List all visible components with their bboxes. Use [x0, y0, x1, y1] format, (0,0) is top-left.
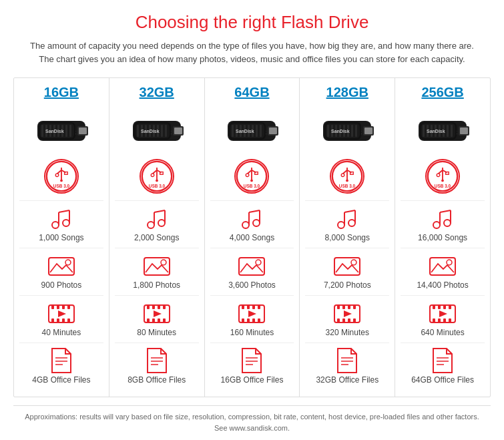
subtitle: The amount of capacity you need depends …	[13, 39, 491, 65]
photo-icon	[429, 254, 457, 278]
songs-row: 2,000 Songs	[115, 200, 199, 248]
capacity-label: 256GB	[421, 85, 463, 100]
office-row: 4GB Office Files	[19, 343, 103, 390]
svg-rect-166	[348, 318, 350, 322]
svg-marker-125	[248, 310, 256, 317]
svg-rect-124	[258, 318, 260, 322]
svg-rect-205	[443, 305, 446, 309]
svg-rect-208	[438, 318, 441, 322]
svg-point-158	[351, 260, 356, 265]
svg-rect-38	[67, 318, 70, 322]
svg-point-29	[65, 260, 71, 265]
svg-rect-207	[433, 318, 435, 322]
svg-rect-131	[364, 128, 372, 134]
svg-rect-210	[449, 318, 451, 322]
video-icon	[143, 301, 171, 325]
songs-row: 1,000 Songs	[19, 200, 103, 248]
office-label: 8GB Office Files	[128, 375, 186, 385]
svg-rect-165	[342, 318, 345, 322]
svg-rect-45	[174, 128, 182, 134]
office-icon	[47, 349, 75, 373]
svg-rect-81	[163, 318, 166, 322]
drive-image: SanDisk SanDisk	[317, 105, 377, 152]
capacity-label: 64GB	[234, 85, 269, 100]
svg-marker-39	[58, 310, 66, 317]
svg-rect-88	[269, 128, 277, 134]
photos-label: 14,400 Photos	[417, 280, 468, 290]
photos-label: 1,800 Photos	[133, 280, 180, 290]
office-label: 16GB Office Files	[221, 375, 284, 385]
minutes-label: 320 Minutes	[326, 328, 369, 337]
svg-line-113	[249, 210, 260, 212]
office-label: 64GB Office Files	[411, 375, 474, 385]
svg-rect-204	[438, 305, 441, 309]
svg-point-153	[348, 220, 355, 226]
drive-image: SanDisk SanDisk	[222, 105, 282, 152]
svg-point-196	[444, 220, 451, 226]
svg-point-109	[242, 222, 249, 228]
footer-note: Approximations: results will vary based …	[13, 405, 491, 433]
svg-rect-174	[460, 128, 468, 134]
capacity-label: 128GB	[326, 85, 368, 100]
svg-marker-82	[154, 310, 162, 317]
songs-label: 2,000 Songs	[134, 233, 179, 242]
music-icon	[333, 206, 361, 230]
video-icon	[429, 301, 457, 325]
svg-rect-13	[69, 125, 71, 137]
svg-point-24	[63, 220, 69, 226]
svg-text:USB 3.0: USB 3.0	[53, 184, 70, 188]
photos-row: 3,600 Photos	[210, 248, 294, 295]
svg-rect-92	[232, 125, 234, 137]
video-row: 160 Minutes	[210, 295, 294, 343]
svg-rect-142	[355, 125, 357, 137]
photo-icon	[333, 254, 361, 278]
svg-rect-80	[158, 318, 160, 322]
svg-line-156	[344, 210, 355, 212]
svg-rect-36	[57, 318, 59, 322]
column-256GB: 256GB SanDisk SanDisk USB	[395, 78, 490, 397]
office-row: 64GB Office Files	[401, 343, 485, 390]
usb-badge: USB 3.0	[425, 159, 460, 194]
subtitle-line1: The amount of capacity you need depends …	[30, 41, 474, 51]
svg-rect-162	[348, 305, 350, 309]
svg-point-107	[251, 180, 254, 182]
svg-rect-121	[242, 318, 244, 322]
usb-badge: USB 3.0	[330, 159, 364, 194]
office-row: 16GB Office Files	[210, 343, 294, 390]
svg-rect-161	[342, 305, 345, 309]
music-icon	[47, 206, 75, 230]
svg-text:SanDisk: SanDisk	[45, 129, 64, 134]
music-icon	[429, 206, 457, 230]
svg-rect-76	[158, 305, 160, 309]
minutes-label: 160 Minutes	[230, 328, 274, 337]
svg-point-195	[433, 222, 440, 228]
main-title: Choosing the right Flash Drive	[13, 12, 491, 33]
svg-rect-34	[67, 305, 70, 309]
comparison-table: 16GB SanDisk SanDisk USB 3	[13, 77, 491, 397]
svg-line-27	[59, 210, 69, 212]
svg-line-199	[440, 210, 451, 212]
songs-label: 1,000 Songs	[39, 233, 83, 242]
capacity-label: 16GB	[44, 85, 79, 100]
svg-rect-147	[350, 172, 354, 175]
svg-rect-122	[247, 318, 250, 322]
svg-rect-120	[258, 305, 260, 309]
drive-image: SanDisk SanDisk	[413, 105, 473, 152]
photos-row: 7,200 Photos	[305, 248, 389, 295]
svg-point-67	[158, 220, 165, 226]
office-icon	[333, 349, 361, 373]
svg-rect-135	[327, 125, 329, 137]
songs-row: 4,000 Songs	[210, 200, 294, 248]
column-64GB: 64GB SanDisk SanDisk USB 3	[205, 78, 300, 397]
svg-point-115	[256, 260, 261, 265]
svg-rect-185	[451, 125, 453, 137]
usb-badge: USB 3.0	[234, 159, 269, 194]
column-32GB: 32GB SanDisk SanDisk USB 3	[109, 78, 205, 397]
svg-rect-56	[165, 125, 167, 137]
svg-rect-55	[161, 125, 163, 137]
drive-image: SanDisk SanDisk	[31, 105, 91, 152]
svg-rect-77	[163, 305, 166, 309]
songs-label: 16,000 Songs	[418, 233, 467, 242]
svg-rect-2	[79, 128, 87, 134]
photos-row: 1,800 Photos	[115, 248, 199, 295]
